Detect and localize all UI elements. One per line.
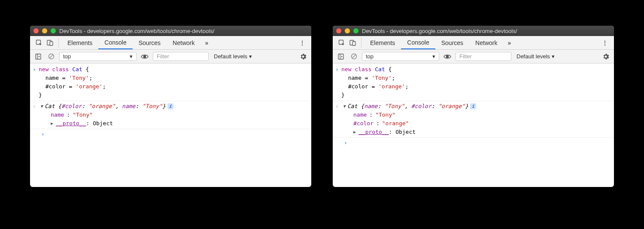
tab-elements[interactable]: Elements bbox=[364, 36, 401, 49]
window-title: DevTools - developers.google.com/web/too… bbox=[362, 28, 611, 34]
tab-sources[interactable]: Sources bbox=[435, 36, 469, 49]
traffic-lights bbox=[33, 28, 56, 33]
svg-rect-3 bbox=[36, 54, 41, 59]
separator bbox=[30, 129, 311, 129]
tab-console[interactable]: Console bbox=[98, 36, 132, 49]
console-output-row: Cat {#color: "orange", name: "Tony"} i n… bbox=[30, 102, 311, 128]
tab-elements[interactable]: Elements bbox=[61, 36, 98, 49]
device-toggle-icon[interactable] bbox=[45, 36, 56, 49]
separator bbox=[30, 101, 311, 101]
object-property[interactable]: #color: "orange" bbox=[353, 119, 610, 128]
svg-point-11 bbox=[447, 55, 449, 57]
console-settings-icon[interactable] bbox=[298, 52, 308, 61]
console-output-row: Cat {name: "Tony", #color: "orange"} i n… bbox=[333, 102, 614, 137]
context-label: top bbox=[63, 53, 71, 60]
object-proto[interactable]: __proto__: Object bbox=[51, 119, 307, 128]
info-icon[interactable]: i bbox=[470, 103, 476, 109]
console-input-row: new class Cat { name = 'Tony'; #color = … bbox=[333, 65, 614, 100]
log-levels-selector[interactable]: Default levels ▾ bbox=[515, 52, 556, 60]
disclosure-triangle-icon[interactable] bbox=[51, 120, 53, 127]
object-property[interactable]: name: "Tony" bbox=[51, 111, 307, 119]
object-header[interactable]: Cat {name: "Tony", #color: "orange"} i bbox=[341, 102, 610, 111]
tab-overflow[interactable]: » bbox=[503, 36, 515, 49]
console-body: new class Cat { name = 'Tony'; #color = … bbox=[30, 63, 311, 187]
tab-network[interactable]: Network bbox=[469, 36, 503, 49]
divider bbox=[58, 38, 59, 48]
chevron-down-icon: ▾ bbox=[552, 53, 555, 60]
object-children: name: "Tony" __proto__: Object bbox=[39, 111, 307, 128]
devtools-window-right: DevTools - developers.google.com/web/too… bbox=[333, 26, 614, 187]
chevron-down-icon: ▾ bbox=[432, 53, 435, 60]
sidebar-toggle-icon[interactable] bbox=[336, 52, 346, 61]
object-property[interactable]: name: "Tony" bbox=[353, 111, 610, 119]
divider bbox=[361, 38, 361, 48]
inspect-icon[interactable] bbox=[336, 36, 347, 49]
disclosure-triangle-icon[interactable] bbox=[353, 129, 356, 136]
disclosure-triangle-icon[interactable] bbox=[343, 103, 346, 110]
object-header[interactable]: Cat {#color: "orange", name: "Tony"} i bbox=[39, 102, 307, 111]
svg-rect-2 bbox=[50, 42, 53, 45]
tab-console[interactable]: Console bbox=[401, 36, 435, 49]
window-title: DevTools - developers.google.com/web/too… bbox=[59, 28, 308, 34]
minimize-button[interactable] bbox=[42, 28, 47, 33]
chevron-down-icon: ▾ bbox=[130, 53, 133, 60]
tabs: Elements Console Sources Network bbox=[364, 36, 503, 49]
live-expression-icon[interactable] bbox=[140, 52, 149, 61]
console-input-row: new class Cat { name = 'Tony'; #color = … bbox=[30, 65, 311, 100]
minimize-button[interactable] bbox=[345, 28, 350, 33]
tabs: Elements Console Sources Network bbox=[61, 36, 200, 49]
info-icon[interactable]: i bbox=[167, 103, 173, 109]
chevron-down-icon: ▾ bbox=[249, 53, 252, 60]
main-tabbar: Elements Console Sources Network » ⋮ bbox=[30, 36, 311, 50]
console-body: new class Cat { name = 'Tony'; #color = … bbox=[333, 63, 614, 187]
object-proto[interactable]: __proto__: Object bbox=[353, 128, 610, 136]
tab-overflow[interactable]: » bbox=[200, 36, 213, 49]
more-options-icon[interactable]: ⋮ bbox=[598, 39, 611, 46]
context-selector[interactable]: top ▾ bbox=[59, 52, 137, 61]
console-prompt[interactable]: › bbox=[333, 139, 614, 147]
log-levels-selector[interactable]: Default levels ▾ bbox=[212, 52, 254, 60]
live-expression-icon[interactable] bbox=[443, 52, 452, 61]
levels-label: Default levels bbox=[516, 53, 550, 60]
levels-label: Default levels bbox=[214, 53, 247, 60]
sidebar-toggle-icon[interactable] bbox=[33, 52, 43, 61]
devtools-window-left: DevTools - developers.google.com/web/too… bbox=[30, 26, 311, 187]
console-prompt[interactable]: › bbox=[30, 130, 311, 139]
maximize-button[interactable] bbox=[353, 28, 358, 33]
close-button[interactable] bbox=[33, 28, 39, 33]
traffic-lights bbox=[336, 28, 358, 33]
disclosure-triangle-icon[interactable] bbox=[40, 103, 43, 110]
context-label: top bbox=[366, 53, 374, 60]
console-toolbar: top ▾ Default levels ▾ bbox=[30, 50, 311, 63]
tab-sources[interactable]: Sources bbox=[133, 36, 167, 49]
main-tabbar: Elements Console Sources Network » ⋮ bbox=[333, 36, 614, 50]
separator bbox=[333, 137, 614, 138]
context-selector[interactable]: top ▾ bbox=[362, 52, 439, 61]
clear-console-icon[interactable] bbox=[349, 52, 358, 61]
object-children: name: "Tony" #color: "orange" __proto__:… bbox=[341, 111, 610, 136]
filter-input[interactable] bbox=[153, 52, 209, 61]
titlebar: DevTools - developers.google.com/web/too… bbox=[30, 26, 311, 36]
device-toggle-icon[interactable] bbox=[347, 36, 358, 49]
svg-rect-9 bbox=[338, 54, 343, 59]
maximize-button[interactable] bbox=[51, 28, 56, 33]
inspect-icon[interactable] bbox=[33, 36, 45, 49]
svg-rect-8 bbox=[352, 42, 355, 45]
clear-console-icon[interactable] bbox=[46, 52, 56, 61]
tab-network[interactable]: Network bbox=[167, 36, 200, 49]
svg-point-5 bbox=[144, 55, 146, 57]
titlebar: DevTools - developers.google.com/web/too… bbox=[333, 26, 614, 36]
more-options-icon[interactable]: ⋮ bbox=[296, 39, 309, 46]
close-button[interactable] bbox=[336, 28, 341, 33]
console-settings-icon[interactable] bbox=[601, 52, 611, 61]
filter-input[interactable] bbox=[456, 52, 511, 61]
console-toolbar: top ▾ Default levels ▾ bbox=[333, 50, 614, 63]
separator bbox=[333, 101, 614, 101]
